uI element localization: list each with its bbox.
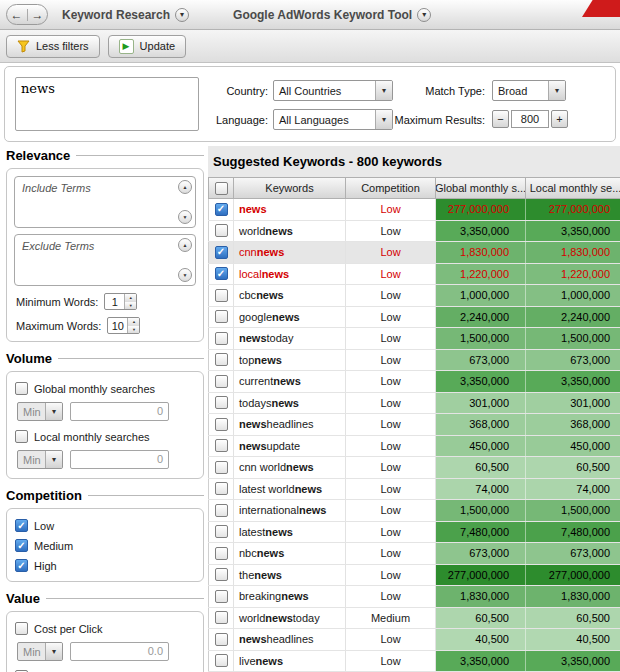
column-keywords[interactable]: Keywords <box>234 177 346 199</box>
table-row[interactable]: live newsLow3,350,0003,350,000 <box>208 651 620 672</box>
update-button[interactable]: ▶ Update <box>108 35 186 58</box>
competition-medium-checkbox[interactable]: ✓ <box>15 539 28 552</box>
scroll-up-icon[interactable]: ▲ <box>178 238 192 252</box>
table-row[interactable]: top newsLow673,000673,000 <box>208 350 620 372</box>
nav-history-buttons[interactable]: ← → <box>6 4 48 25</box>
keyword-cell[interactable]: cnn world news <box>234 457 346 478</box>
row-checkbox[interactable] <box>215 439 228 452</box>
table-row[interactable]: todays newsLow301,000301,000 <box>208 393 620 415</box>
column-global-searches[interactable]: Global monthly s... <box>436 177 526 199</box>
row-checkbox[interactable] <box>215 461 228 474</box>
scroll-down-icon[interactable]: ▼ <box>178 210 192 224</box>
table-row[interactable]: latest newsLow7,480,0007,480,000 <box>208 522 620 544</box>
column-competition[interactable]: Competition <box>346 177 436 199</box>
global-min-select[interactable]: Min ▾ <box>17 402 63 421</box>
keyword-cell[interactable]: international news <box>234 500 346 521</box>
competition-low-checkbox[interactable]: ✓ <box>15 519 28 532</box>
keyword-cell[interactable]: nbc news <box>234 543 346 564</box>
row-checkbox[interactable]: ✓ <box>215 203 228 216</box>
table-row[interactable]: news headlinesLow40,50040,500 <box>208 629 620 651</box>
row-checkbox[interactable]: ✓ <box>215 267 228 280</box>
max-words-spinner[interactable]: 10 ▲▼ <box>107 317 140 334</box>
spin-up-icon[interactable]: ▲ <box>125 294 136 302</box>
adwords-tool-dropdown-icon[interactable]: ▾ <box>417 8 431 22</box>
back-icon[interactable]: ← <box>11 9 23 21</box>
table-row[interactable]: news updateLow450,000450,000 <box>208 436 620 458</box>
row-checkbox[interactable] <box>215 547 228 560</box>
local-searches-checkbox[interactable] <box>15 430 28 443</box>
keyword-cell[interactable]: latest world news <box>234 479 346 500</box>
row-checkbox[interactable] <box>215 568 228 581</box>
keyword-cell[interactable]: cbc news <box>234 285 346 306</box>
keyword-cell[interactable]: live news <box>234 651 346 672</box>
local-min-input[interactable]: 0 <box>70 450 169 469</box>
row-checkbox[interactable] <box>215 654 228 667</box>
table-row[interactable]: ✓cnn newsLow1,830,0001,830,000 <box>208 242 620 264</box>
row-checkbox[interactable] <box>215 310 228 323</box>
keyword-cell[interactable]: google news <box>234 307 346 328</box>
match-type-select[interactable]: Broad ▾ <box>492 80 566 101</box>
keyword-cell[interactable]: news headlines <box>234 414 346 435</box>
decrement-button[interactable]: − <box>492 110 509 128</box>
keyword-cell[interactable]: news today <box>234 328 346 349</box>
keyword-cell[interactable]: breaking news <box>234 586 346 607</box>
row-checkbox[interactable] <box>215 375 228 388</box>
keyword-cell[interactable]: current news <box>234 371 346 392</box>
spin-down-icon[interactable]: ▼ <box>128 326 139 334</box>
cpc-checkbox[interactable] <box>15 622 28 635</box>
scroll-down-icon[interactable]: ▼ <box>178 268 192 282</box>
keyword-cell[interactable]: todays news <box>234 393 346 414</box>
row-checkbox[interactable] <box>215 418 228 431</box>
keyword-cell[interactable]: local news <box>234 264 346 285</box>
cpc-min-input[interactable]: 0.0 <box>70 642 169 661</box>
row-checkbox[interactable] <box>215 289 228 302</box>
row-checkbox[interactable] <box>215 611 228 624</box>
increment-button[interactable]: + <box>551 110 568 128</box>
table-row[interactable]: world news todayMedium60,50060,500 <box>208 608 620 630</box>
column-local-searches[interactable]: Local monthly se... <box>526 177 620 199</box>
row-checkbox[interactable] <box>215 332 228 345</box>
table-row[interactable]: world newsLow3,350,0003,350,000 <box>208 221 620 243</box>
keyword-cell[interactable]: news update <box>234 436 346 457</box>
row-checkbox[interactable] <box>215 525 228 538</box>
forward-icon[interactable]: → <box>32 9 44 21</box>
local-min-select[interactable]: Min ▾ <box>17 450 63 469</box>
row-checkbox[interactable]: ✓ <box>215 246 228 259</box>
spinner-arrows[interactable]: ▲▼ <box>124 294 136 309</box>
keyword-cell[interactable]: cnn news <box>234 242 346 263</box>
language-select[interactable]: All Languages ▾ <box>273 109 393 130</box>
keyword-cell[interactable]: world news <box>234 221 346 242</box>
row-checkbox[interactable] <box>215 633 228 646</box>
row-checkbox[interactable] <box>215 590 228 603</box>
row-checkbox[interactable] <box>215 353 228 366</box>
exclude-terms-input[interactable]: Exclude Terms ▲ ▼ <box>14 234 196 286</box>
spin-down-icon[interactable]: ▼ <box>125 302 136 310</box>
row-checkbox[interactable] <box>215 504 228 517</box>
keyword-cell[interactable]: latest news <box>234 522 346 543</box>
table-row[interactable]: breaking newsLow1,830,0001,830,000 <box>208 586 620 608</box>
table-row[interactable]: international newsLow1,500,0001,500,000 <box>208 500 620 522</box>
table-row[interactable]: ✓newsLow277,000,000277,000,000 <box>208 199 620 221</box>
keyword-cell[interactable]: news <box>234 199 346 220</box>
keyword-cell[interactable]: world news today <box>234 608 346 629</box>
table-row[interactable]: the newsLow277,000,000277,000,000 <box>208 565 620 587</box>
table-row[interactable]: nbc newsLow673,000673,000 <box>208 543 620 565</box>
keyword-research-dropdown-icon[interactable]: ▾ <box>175 8 189 22</box>
global-searches-checkbox[interactable] <box>15 382 28 395</box>
select-all-checkbox[interactable] <box>215 182 228 195</box>
global-min-input[interactable]: 0 <box>70 402 169 421</box>
competition-high-checkbox[interactable]: ✓ <box>15 559 28 572</box>
keyword-cell[interactable]: the news <box>234 565 346 586</box>
include-terms-input[interactable]: Include Terms ▲ ▼ <box>14 176 196 228</box>
less-filters-button[interactable]: Less filters <box>6 35 100 58</box>
row-checkbox[interactable] <box>215 396 228 409</box>
table-row[interactable]: ✓local newsLow1,220,0001,220,000 <box>208 264 620 286</box>
table-row[interactable]: cnn world newsLow60,50060,500 <box>208 457 620 479</box>
menu-keyword-research[interactable]: Keyword Research ▾ <box>62 8 189 22</box>
scroll-up-icon[interactable]: ▲ <box>178 180 192 194</box>
row-checkbox[interactable] <box>215 482 228 495</box>
country-select[interactable]: All Countries ▾ <box>273 80 393 101</box>
keyword-cell[interactable]: top news <box>234 350 346 371</box>
min-words-spinner[interactable]: 1 ▲▼ <box>104 293 137 310</box>
table-row[interactable]: current newsLow3,350,0003,350,000 <box>208 371 620 393</box>
